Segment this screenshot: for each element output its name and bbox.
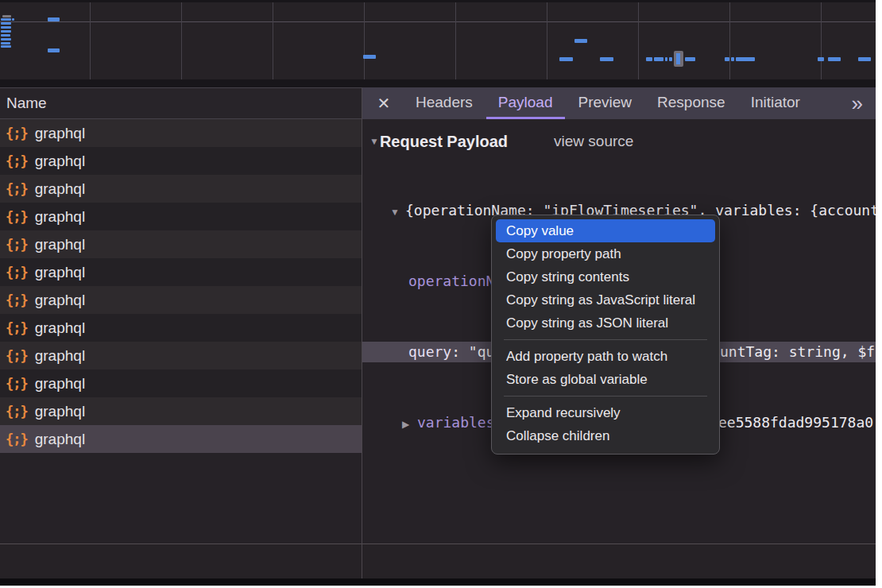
overview-selection-marker[interactable] [674,51,683,67]
close-icon: ✕ [377,94,391,113]
request-row[interactable]: {;}graphql [0,425,362,453]
request-row[interactable]: {;}graphql [0,147,362,175]
json-resource-icon: {;} [6,126,28,141]
overview-selection-bar [676,53,680,64]
view-source-link[interactable]: view source [554,133,633,150]
json-resource-icon: {;} [6,431,28,447]
request-row[interactable]: {;}graphql [0,230,362,258]
request-name: graphql [35,236,85,253]
network-overview[interactable] [0,0,876,79]
triangle-down-icon[interactable]: ▼ [369,136,379,147]
json-resource-icon: {;} [6,237,28,253]
menu-item-collapse-children[interactable]: Collapse children [492,424,719,447]
request-row[interactable]: {;}graphql [0,203,362,230]
json-resource-icon: {;} [6,376,28,392]
network-activity-bar [2,15,11,17]
network-activity-bar [731,57,734,61]
menu-item-expand-recursively[interactable]: Expand recursively [492,401,719,424]
name-column-header[interactable]: Name [0,87,362,119]
overview-gridline [273,2,273,79]
request-name: graphql [35,180,85,198]
network-activity-bar [1,34,10,37]
json-resource-icon: {;} [6,292,28,308]
network-activity-bar [1,22,11,25]
tab-headers[interactable]: Headers [404,87,485,119]
devtools-window: Name {;}graphql{;}graphql{;}graphql{;}gr… [0,0,876,586]
json-resource-icon: {;} [6,209,28,225]
request-row[interactable]: {;}graphql [0,342,362,369]
network-activity-bar [559,57,573,61]
json-resource-icon: {;} [6,320,28,336]
menu-item-copy-string-js-literal[interactable]: Copy string as JavaScript literal [492,288,719,311]
triangle-down-icon[interactable]: ▼ [390,202,405,221]
tab-label: Headers [416,94,473,111]
name-column-label: Name [6,95,47,112]
property-value-fragment: ee5588fdad995178a0 [718,412,873,433]
overview-gridline [821,2,822,79]
request-name: graphql [35,319,85,337]
tab-label: Initiator [751,94,800,111]
json-resource-icon: {;} [6,181,28,197]
overview-gridline [455,2,456,79]
network-activity-bar [736,57,755,61]
menu-separator [504,396,707,397]
json-resource-icon: {;} [6,153,28,169]
context-menu: Copy value Copy property path Copy strin… [491,215,720,455]
more-tabs-button[interactable]: » [852,87,863,119]
network-activity-bar [858,57,871,61]
network-activity-bar [1,42,10,44]
request-row[interactable]: {;}graphql [0,286,362,314]
network-activity-bar [1,26,11,29]
tab-payload[interactable]: Payload [486,87,565,119]
property-key: variables [417,414,495,431]
menu-item-copy-string-contents[interactable]: Copy string contents [492,265,719,288]
request-row[interactable]: {;}graphql [0,258,362,286]
overview-gridline [729,2,730,79]
request-row[interactable]: {;}graphql [0,314,362,342]
request-row[interactable]: {;}graphql [0,175,362,203]
network-activity-bar [654,57,663,61]
tab-label: Preview [578,94,632,111]
overview-gridline [364,2,365,79]
menu-item-copy-property-path[interactable]: Copy property path [492,242,719,265]
request-row[interactable]: {;}graphql [0,369,362,397]
request-list: {;}graphql{;}graphql{;}graphql{;}graphql… [0,119,362,453]
network-activity-bar [574,39,587,43]
network-activity-bar [48,17,60,21]
request-name: graphql [35,431,85,448]
overview-bottom-strip [0,79,876,87]
request-name: graphql [35,125,85,142]
chevron-double-right-icon: » [852,91,863,116]
network-activity-bar [685,57,695,61]
menu-item-add-property-path-to-watch[interactable]: Add property path to watch [492,345,719,368]
tab-initiator[interactable]: Initiator [739,87,812,119]
overview-gridline [638,2,639,79]
network-activity-bar [1,30,11,33]
close-button[interactable]: ✕ [375,87,393,119]
overview-gridline [90,2,91,79]
request-row[interactable]: {;}graphql [0,119,362,147]
menu-separator [504,339,707,340]
request-name: graphql [35,347,85,365]
request-name: graphql [35,264,85,281]
network-activity-bar [48,48,60,52]
triangle-right-icon[interactable]: ▶ [402,414,417,433]
network-activity-bar [665,57,667,61]
request-name: graphql [35,292,85,309]
summary-bar [0,544,876,578]
request-name: graphql [35,403,85,420]
menu-item-copy-value[interactable]: Copy value [496,219,715,242]
network-activity-bar [828,57,841,61]
network-request-panel: Name {;}graphql{;}graphql{;}graphql{;}gr… [0,87,362,544]
network-activity-bar [646,57,652,61]
json-resource-icon: {;} [6,348,28,364]
tab-preview[interactable]: Preview [567,87,644,119]
request-row[interactable]: {;}graphql [0,397,362,425]
network-activity-bar [363,55,376,59]
menu-item-copy-string-json-literal[interactable]: Copy string as JSON literal [492,311,719,335]
menu-item-store-as-global-variable[interactable]: Store as global variable [492,368,719,391]
panel-divider[interactable] [362,87,362,578]
network-activity-bar [1,18,11,21]
tab-response[interactable]: Response [645,87,737,119]
window-bottom-edge [0,578,876,586]
